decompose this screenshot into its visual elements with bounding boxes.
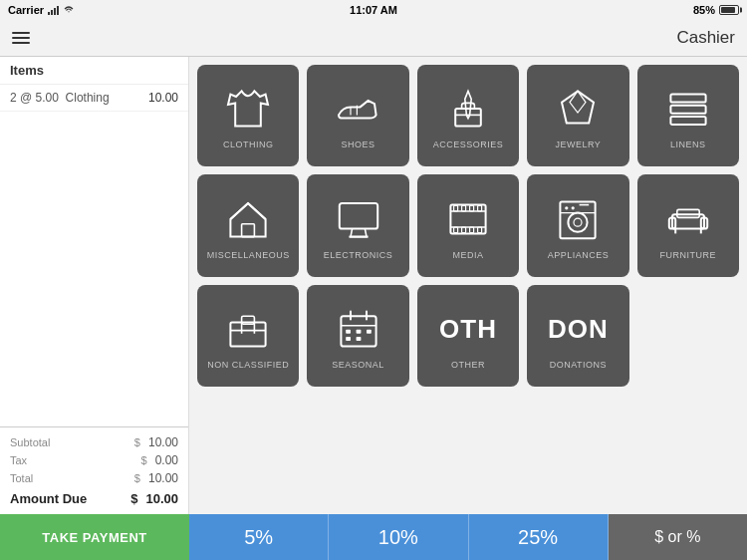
linens-label: LINENS: [670, 140, 706, 149]
status-time: 11:07 AM: [350, 4, 397, 16]
status-bar: Carrier 11:07 AM 85%: [0, 0, 747, 20]
svg-rect-0: [48, 12, 50, 15]
svg-rect-12: [450, 204, 485, 233]
category-miscellaneous[interactable]: MISCELLANEOUS: [197, 174, 299, 276]
svg-rect-11: [339, 203, 376, 229]
item-row[interactable]: 2 @ 5.00 Clothing 10.00: [0, 85, 188, 112]
tax-label: Tax: [10, 454, 27, 466]
wifi-icon: [64, 5, 74, 15]
totals-section: Subtotal $ 10.00 Tax $ 0.00 Total $ 10.0…: [0, 426, 188, 514]
clothing-label: CLOTHING: [223, 140, 274, 149]
media-icon: [443, 194, 493, 244]
misc-label: MISCELLANEOUS: [207, 250, 290, 260]
jewelry-icon: [553, 84, 603, 134]
svg-rect-10: [242, 223, 255, 236]
subtotal-value: 10.00: [148, 435, 178, 449]
furniture-label: FURNITURE: [660, 250, 717, 260]
categories-grid: CLOTHING SHOES: [197, 65, 739, 387]
item-price: 10.00: [148, 91, 178, 105]
svg-marker-5: [562, 92, 594, 124]
svg-rect-16: [478, 205, 482, 211]
subtotal-dollar: $: [134, 436, 140, 448]
svg-rect-20: [478, 227, 482, 233]
discount-25-button[interactable]: 25%: [469, 514, 609, 560]
svg-rect-13: [454, 205, 458, 211]
tax-value: 0.00: [155, 453, 178, 467]
other-icon: OTH: [443, 304, 493, 354]
appliances-label: APPLIANCES: [548, 250, 610, 260]
seasonal-label: SEASONAL: [332, 360, 384, 370]
total-dollar: $: [134, 472, 140, 484]
svg-rect-17: [454, 227, 458, 233]
category-other[interactable]: OTH OTHER: [417, 285, 519, 387]
svg-rect-34: [356, 330, 361, 334]
menu-button[interactable]: [12, 32, 30, 44]
discount-10-button[interactable]: 10%: [329, 514, 468, 560]
item-description: 2 @ 5.00 Clothing: [10, 91, 110, 105]
misc-icon: [223, 194, 273, 244]
shoes-label: SHOES: [342, 140, 375, 149]
svg-rect-19: [470, 227, 474, 233]
header-title: Cashier: [676, 28, 735, 48]
right-panel: CLOTHING SHOES: [189, 57, 747, 514]
subtotal-row: Subtotal $ 10.00: [10, 433, 178, 451]
svg-rect-15: [470, 205, 474, 211]
jewelry-label: JEWELRY: [555, 140, 601, 149]
category-appliances[interactable]: APPLIANCES: [527, 174, 628, 276]
svg-rect-36: [346, 337, 351, 341]
tax-dollar: $: [141, 454, 147, 466]
category-accessories[interactable]: ACCESSORIES: [417, 65, 519, 166]
status-left: Carrier: [8, 4, 74, 16]
svg-rect-2: [54, 8, 56, 15]
amount-due-value: 10.00: [145, 491, 178, 506]
accessories-label: ACCESSORIES: [433, 140, 504, 149]
donations-label: DONATIONS: [550, 360, 607, 370]
header-bar: Cashier: [0, 20, 747, 57]
total-value: 10.00: [148, 471, 178, 485]
electronics-label: ELECTRONICS: [324, 250, 393, 260]
category-non-classified[interactable]: NON CLASSIFIED: [197, 285, 299, 387]
svg-point-22: [569, 212, 588, 231]
category-electronics[interactable]: ELECTRONICS: [307, 174, 408, 276]
category-furniture[interactable]: FURNITURE: [637, 174, 739, 276]
svg-rect-7: [670, 95, 705, 103]
category-jewelry[interactable]: JEWELRY: [527, 65, 628, 166]
battery-percent: 85%: [693, 4, 715, 16]
discount-5-button[interactable]: 5%: [189, 514, 329, 560]
shoes-icon: [334, 84, 383, 134]
svg-rect-1: [51, 10, 53, 15]
svg-rect-18: [462, 227, 466, 233]
subtotal-label: Subtotal: [10, 436, 50, 448]
other-text: OTH: [439, 314, 497, 345]
status-right: 85%: [693, 4, 739, 16]
total-label: Total: [10, 472, 33, 484]
linens-icon: [663, 84, 713, 134]
signal-icon: [48, 5, 60, 15]
svg-rect-9: [670, 117, 705, 125]
non-classified-icon: [223, 304, 273, 354]
other-label: OTHER: [451, 360, 485, 370]
custom-discount-button[interactable]: $ or %: [609, 514, 747, 560]
svg-rect-8: [670, 106, 705, 114]
category-shoes[interactable]: SHOES: [307, 65, 408, 166]
category-seasonal[interactable]: SEASONAL: [307, 285, 408, 387]
category-linens[interactable]: LINENS: [637, 65, 739, 166]
category-media[interactable]: MEDIA: [417, 174, 519, 276]
battery-icon: [719, 5, 739, 15]
svg-point-24: [566, 206, 569, 209]
left-panel: Items 2 @ 5.00 Clothing 10.00 Subtotal $…: [0, 57, 189, 514]
take-payment-button[interactable]: TAKE PAYMENT: [0, 514, 189, 560]
appliances-icon: [553, 194, 603, 244]
svg-rect-30: [231, 323, 266, 347]
svg-rect-14: [462, 205, 466, 211]
category-donations[interactable]: DON DONATIONS: [527, 285, 628, 387]
clothing-icon: [223, 84, 273, 134]
category-clothing[interactable]: CLOTHING: [197, 65, 299, 166]
total-row: Total $ 10.00: [10, 469, 178, 487]
amount-due-dollar: $: [130, 491, 137, 506]
main-content: Items 2 @ 5.00 Clothing 10.00 Subtotal $…: [0, 57, 747, 514]
amount-due-row: Amount Due $ 10.00: [10, 489, 178, 508]
seasonal-icon: [334, 304, 383, 354]
svg-point-25: [572, 206, 575, 209]
bottom-bar: TAKE PAYMENT 5% 10% 25% $ or %: [0, 514, 747, 560]
